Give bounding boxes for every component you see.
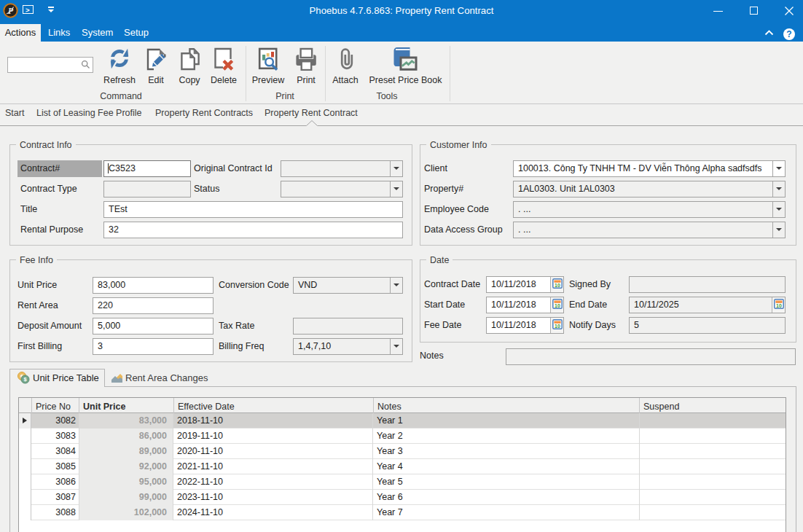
svg-text:10: 10 [776,303,782,308]
svg-text:10: 10 [555,303,560,308]
svg-text:10: 10 [555,324,560,329]
svg-text:10: 10 [555,283,560,288]
